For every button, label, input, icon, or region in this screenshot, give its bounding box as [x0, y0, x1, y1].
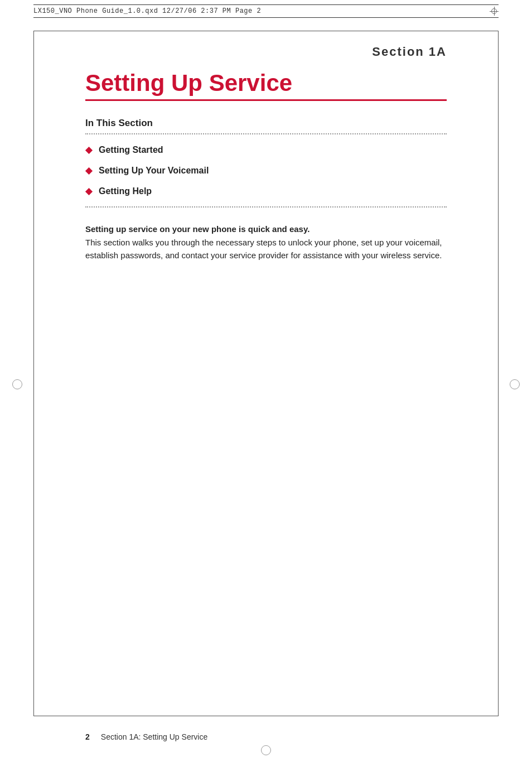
dotted-rule-top	[85, 133, 447, 134]
diamond-icon-2: ◆	[85, 165, 92, 176]
footer-area: 2 Section 1A: Setting Up Service	[85, 732, 447, 741]
header-metadata: LX150_VNO Phone Guide_1.0.qxd 12/27/06 2…	[33, 7, 261, 15]
title-underline	[85, 99, 447, 101]
list-item: ◆ Setting Up Your Voicemail	[85, 165, 447, 176]
list-item-label-2: Setting Up Your Voicemail	[99, 166, 209, 176]
footer-section-label: Section 1A: Setting Up Service	[101, 732, 207, 741]
page-title: Setting Up Service	[85, 70, 447, 96]
body-text: Setting up service on your new phone is …	[85, 224, 447, 262]
content-area: Section 1A Setting Up Service In This Se…	[85, 45, 447, 262]
registration-mark-header	[490, 7, 499, 16]
list-item-label-3: Getting Help	[99, 186, 152, 196]
in-this-section-heading: In This Section	[85, 118, 447, 129]
body-bold-intro: Setting up service on your new phone is …	[85, 224, 447, 234]
rule-top	[33, 31, 499, 31]
list-item: ◆ Getting Started	[85, 144, 447, 155]
header-bar: LX150_VNO Phone Guide_1.0.qxd 12/27/06 2…	[33, 4, 499, 18]
footer-page-number: 2	[85, 732, 90, 741]
section-label: Section 1A	[85, 45, 447, 59]
list-item: ◆ Getting Help	[85, 186, 447, 196]
body-paragraph: This section walks you through the neces…	[85, 236, 447, 262]
rule-right	[498, 31, 499, 716]
footer-rule	[33, 716, 499, 716]
bullet-list: ◆ Getting Started ◆ Setting Up Your Voic…	[85, 144, 447, 196]
diamond-icon-1: ◆	[85, 144, 92, 155]
reg-circle-left	[12, 379, 22, 389]
page-container: LX150_VNO Phone Guide_1.0.qxd 12/27/06 2…	[0, 0, 532, 772]
dotted-rule-bottom	[85, 206, 447, 208]
list-item-label-1: Getting Started	[99, 145, 163, 155]
diamond-icon-3: ◆	[85, 186, 92, 196]
rule-left	[33, 31, 34, 716]
reg-circle-bottom	[261, 745, 271, 755]
reg-circle-right	[510, 379, 520, 389]
